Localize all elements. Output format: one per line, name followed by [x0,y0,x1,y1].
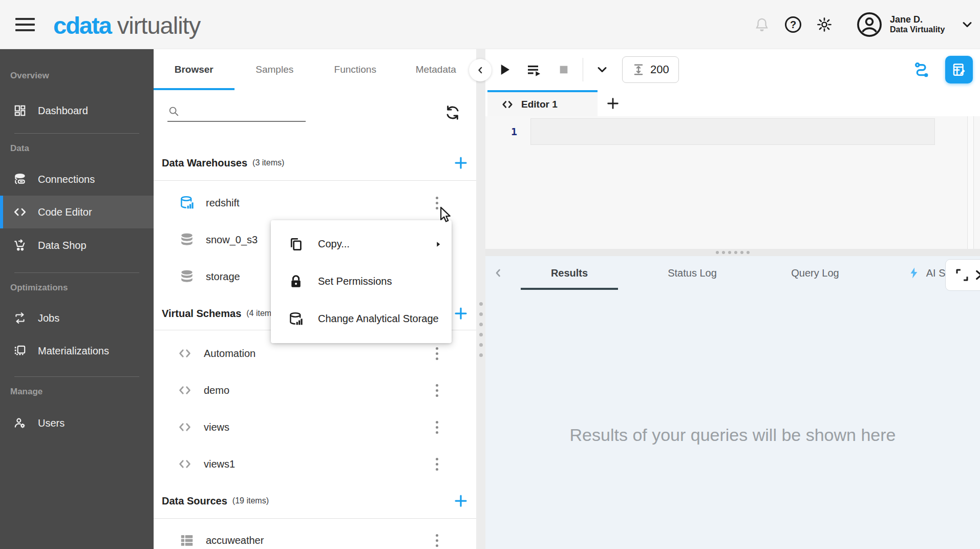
app-logo: cdata virtuality [53,11,200,39]
stop-icon [558,64,569,75]
tab-browser[interactable]: Browser [154,49,235,90]
row-limit-value: 200 [650,63,669,76]
visual-editor-button[interactable] [945,56,973,83]
search-input[interactable] [167,100,306,122]
tab-query-log[interactable]: Query Log [754,256,877,290]
sidebar-item-materializations[interactable]: Materializations [0,334,154,367]
logo-virtuality: virtuality [117,11,200,39]
logo-cdata: cdata [53,11,111,39]
run-query-button[interactable] [493,58,516,81]
tab-functions[interactable]: Functions [315,49,396,90]
query-plan-icon[interactable] [910,58,934,81]
results-empty-message: Results of your queries will be shown he… [485,425,980,445]
new-editor-tab-button[interactable] [598,90,628,116]
editor-active-line[interactable] [530,118,935,145]
cart-icon [13,239,27,252]
materializations-icon [13,344,27,357]
dashboard-icon [13,104,27,117]
tab-samples[interactable]: Samples [235,49,315,90]
browser-panel-tabs: Browser Samples Functions Metadata [154,49,476,90]
data-source-icon [179,533,195,548]
tree-item-views1[interactable]: views1 [154,446,476,482]
user-name: Jane D. [890,14,945,25]
table-edit-icon [951,62,967,77]
editor-panel: 200 E [485,49,980,549]
menu-item-copy[interactable]: Copy... [271,225,452,263]
analytical-storage-icon [179,195,195,210]
section-data-warehouses: Data Warehouses (3 items) [154,150,476,176]
code-editor-area[interactable]: 1 [485,116,980,249]
tab-editor-1[interactable]: Editor 1 [487,90,598,116]
add-warehouse-button[interactable] [453,155,469,171]
tree-item-redshift[interactable]: redshift [154,184,476,221]
sidebar-divider [14,133,139,134]
automation-kebab-menu[interactable] [430,343,443,364]
tab-status-log[interactable]: Status Log [631,256,754,290]
expand-results-button[interactable] [945,259,980,291]
section-divider [154,518,476,519]
notifications-bell-icon[interactable] [753,16,771,33]
panel-drag-handle[interactable] [477,302,484,357]
sidebar-item-connections[interactable]: Connections [0,163,154,196]
settings-gear-icon[interactable] [816,16,833,33]
sidebar-nav: Overview Dashboard Data Connections Code… [0,49,154,549]
results-tab-bar: Results Status Log Query Log AI SQL E [508,256,980,290]
menu-item-change-analytical-storage[interactable]: Change Analytical Storage [271,300,452,337]
sidebar-divider [14,376,139,377]
editor-scrollbar[interactable] [967,116,974,249]
jobs-repeat-icon [13,311,27,325]
refresh-icon[interactable] [442,102,463,123]
run-all-button[interactable] [522,58,546,81]
sidebar-item-dashboard[interactable]: Dashboard [0,94,154,127]
collapse-browser-panel-button[interactable] [469,59,492,81]
menu-item-set-permissions[interactable]: Set Permissions [271,263,452,300]
connections-icon [13,173,27,186]
editor-tab-bar: Editor 1 [485,90,980,116]
results-collapse-button[interactable] [488,263,508,283]
results-splitter-handle[interactable] [485,249,980,256]
tree-item-demo[interactable]: demo [154,372,476,409]
tree-item-accuweather[interactable]: accuweather [154,522,476,549]
user-menu[interactable]: Jane D. Data Virtuality [856,9,974,40]
tab-results[interactable]: Results [508,256,631,290]
users-icon [13,416,27,430]
sidebar-item-code-editor[interactable]: Code Editor [0,196,154,228]
stop-button[interactable] [552,58,576,81]
accuweather-kebab-menu[interactable] [430,530,443,549]
code-icon [501,98,514,111]
sidebar-item-jobs[interactable]: Jobs [0,302,154,334]
virtual-schema-code-icon [177,456,193,472]
add-data-source-button[interactable] [453,493,469,509]
playlist-play-icon [526,61,542,78]
hamburger-menu-icon[interactable] [15,15,35,34]
tree-item-views[interactable]: views [154,409,476,446]
chevron-left-icon [475,65,485,75]
app-header: cdata virtuality Jane D. Data Virtuality [0,0,980,49]
lock-icon [288,274,304,289]
run-options-dropdown[interactable] [590,58,614,81]
sidebar-item-users[interactable]: Users [0,407,154,439]
panel-divider[interactable] [476,49,485,549]
play-icon [497,62,512,77]
redshift-kebab-menu[interactable] [430,193,443,213]
toolbar-divider [583,58,583,81]
results-panel: Results Status Log Query Log AI SQL E Re… [485,256,980,549]
views-kebab-menu[interactable] [430,417,443,437]
chevron-right-icon [972,268,980,282]
chevron-down-icon [595,62,609,77]
virtual-schema-code-icon [177,346,193,361]
expand-corners-icon [954,267,970,283]
row-limit-icon [632,63,645,76]
help-icon[interactable] [784,16,802,33]
context-menu: Copy... Set Permissions Change Analytica… [271,220,452,343]
database-icon [179,232,195,247]
database-icon [179,269,195,284]
views1-kebab-menu[interactable] [430,454,443,474]
copy-icon [288,237,304,252]
add-virtual-schema-button[interactable] [453,305,469,322]
tab-metadata[interactable]: Metadata [396,49,477,90]
sidebar-item-data-shop[interactable]: Data Shop [0,229,154,262]
demo-kebab-menu[interactable] [430,380,443,400]
chevron-left-icon [492,267,504,279]
row-limit-control[interactable]: 200 [622,56,679,83]
